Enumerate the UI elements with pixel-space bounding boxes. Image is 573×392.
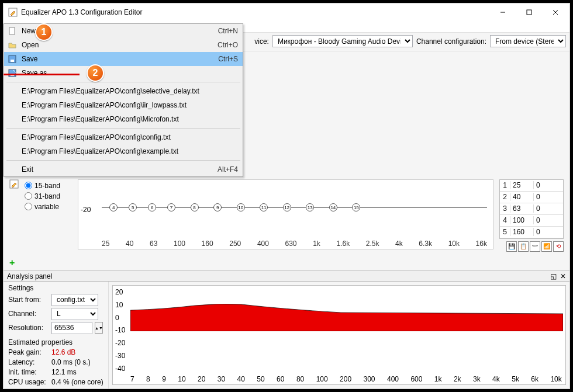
channel-label: Channel: [8,310,49,318]
eq-node[interactable]: 8 [191,203,199,211]
menu-save[interactable]: Save Ctrl+S [4,52,243,66]
app-icon [8,8,18,17]
eq-line: 4 5 6 7 8 9 10 11 12 13 14 15 [102,207,487,208]
titlebar: Equalizer APO 1.3 Configuration Editor [4,4,569,21]
resolution-label: Resolution: [8,324,49,332]
wave-button[interactable]: 〰 [530,241,540,252]
device-label: vice: [254,37,269,46]
peak-gain-value: 12.6 dB [51,348,75,356]
svg-rect-2 [527,10,531,15]
file-menu-dropdown: New Ctrl+N Open Ctrl+O Save Ctrl+S Save … [4,23,243,177]
eq-graph[interactable]: -20 4 5 6 7 8 9 10 11 12 13 14 15 254063 [78,179,493,249]
eq-node[interactable]: 12 [283,203,291,211]
menu-separator [6,160,240,161]
eq-node[interactable]: 14 [329,203,337,211]
save-icon [6,54,18,64]
cpu-usage-value: 0.4 % (one core) [51,378,103,386]
chart-x-axis: 78910 20304050 6080100200 3004006001k 2k… [130,375,562,383]
menu-exit[interactable]: Exit Alt+F4 [4,162,243,176]
annotation-line [4,74,80,75]
eq-node[interactable]: 15 [352,203,360,211]
channel-config-select[interactable]: From device (Stereo) [490,35,566,47]
signal-button[interactable]: 📶 [541,241,552,252]
open-icon [6,40,18,50]
save-as-icon [6,68,18,78]
undock-icon[interactable]: ◱ [550,272,557,280]
eq-node[interactable]: 10 [237,203,245,211]
save-table-button[interactable]: 💾 [506,241,517,252]
peak-gain-label: Peak gain: [8,348,49,356]
init-time-value: 12.1 ms [51,368,77,376]
new-icon [6,26,18,36]
analysis-panel-header: Analysis panel ◱ ✕ [4,270,569,282]
freq-axis: 254063 100160250 4006301k 1.6k2.5k4k 6.3… [102,240,487,248]
menu-save-as[interactable]: Save as... [4,66,243,80]
spinner-icon[interactable]: ▲▼ [95,322,103,334]
radio-31-band[interactable]: 31-band [25,192,60,200]
svg-rect-7 [11,60,14,62]
channel-select[interactable]: L [51,308,98,320]
start-from-select[interactable]: config.txt [51,294,98,306]
start-from-label: Start from: [8,296,49,304]
table-row: 41000 [500,215,563,227]
eq-node[interactable]: 6 [148,203,156,211]
eq-node[interactable]: 9 [213,203,222,211]
table-row: 51600 [500,227,563,238]
app-window: Equalizer APO 1.3 Configuration Editor F… [3,3,570,389]
window-title: Equalizer APO 1.3 Configuration Editor [21,8,489,16]
minimize-button[interactable] [489,4,516,21]
close-panel-icon[interactable]: ✕ [560,272,566,280]
analysis-chart[interactable]: 20100 -10-20-30-40 78910 20304050 608010… [112,285,566,385]
latency-label: Latency: [8,358,49,366]
svg-rect-5 [9,27,15,34]
filter-area: 15-band 31-band variable -20 4 5 6 7 8 9… [4,176,569,255]
menu-recent-0[interactable]: E:\Program Files\EqualizerAPO\config\sel… [4,84,243,98]
radio-variable[interactable]: variable [25,203,60,211]
eq-node[interactable]: 13 [306,203,314,211]
analysis-body: Settings Start from: config.txt Channel:… [4,282,569,388]
menu-recent-1[interactable]: E:\Program Files\EqualizerAPO\config\iir… [4,98,243,112]
init-time-label: Init. time: [8,368,49,376]
latency-value: 0.0 ms (0 s.) [51,358,91,366]
resolution-input[interactable] [51,322,92,334]
menu-separator [6,82,240,82]
close-button[interactable] [542,4,568,21]
channel-config-label: Channel configuration: [416,37,486,46]
menu-recent-2[interactable]: E:\Program Files\EqualizerAPO\config\Mic… [4,112,243,126]
band-radios: 15-band 31-band variable [25,179,60,211]
chart-fill [130,303,563,331]
add-filter-button[interactable]: + [9,258,21,269]
menu-recent-4[interactable]: E:\Program Files\EqualizerAPO\config\exa… [4,144,243,158]
table-row: 1250 [500,180,563,192]
freq-table[interactable]: 1250 2400 3630 41000 51600 [499,179,564,239]
eq-node[interactable]: 4 [109,203,118,211]
analysis-title: Analysis panel [7,272,52,280]
cpu-usage-label: CPU usage: [8,378,49,386]
gain-label: -20 [81,206,91,214]
eq-node[interactable]: 5 [129,203,137,211]
annotation-badge-2: 2 [87,64,104,82]
radio-15-band[interactable]: 15-band [25,182,60,190]
table-row: 2400 [500,192,563,203]
chart-y-axis: 20100 -10-20-30-40 [115,288,125,373]
copy-button[interactable]: 📋 [518,241,529,252]
annotation-badge-1: 1 [35,23,53,41]
eq-node[interactable]: 7 [167,203,175,211]
table-toolbar: 💾 📋 〰 📶 ⟲ [499,241,564,252]
estimated-properties-label: Estimated properties [8,338,103,346]
table-row: 3630 [500,203,563,215]
device-select[interactable]: Микрофон - Bloody Gaming Audio Device [272,35,413,47]
reset-button[interactable]: ⟲ [553,241,564,252]
edit-icon[interactable] [9,179,19,190]
settings-label: Settings [8,284,103,292]
analysis-settings: Settings Start from: config.txt Channel:… [4,282,109,388]
menu-separator [6,128,240,129]
maximize-button[interactable] [516,4,542,21]
eq-node[interactable]: 11 [260,203,268,211]
menu-recent-3[interactable]: E:\Program Files\EqualizerAPO\config\con… [4,130,243,144]
